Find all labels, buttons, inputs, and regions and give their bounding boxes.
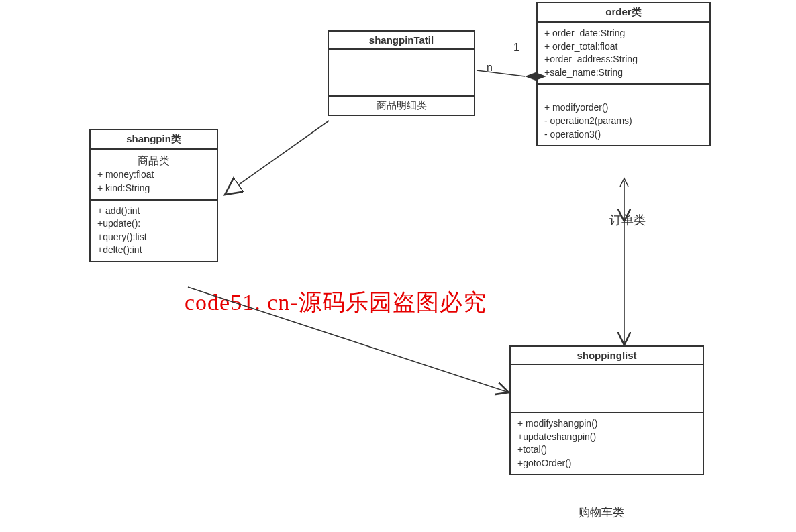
class-shoppinglist: shoppinglist + modifyshangpin() +updates… [509,345,704,475]
class-shangpin-attrs: 商品类 + money:float + kind:String [91,150,217,201]
op: +updateshangpin() [517,431,696,444]
class-shangpin: shangpin类 商品类 + money:float + kind:Strin… [89,129,218,262]
class-shoppinglist-ops: + modifyshangpin() +updateshangpin() +to… [511,413,703,474]
svg-line-1 [477,70,525,76]
class-order-title: order类 [538,3,709,23]
attr: +order_address:String [544,53,703,66]
class-shangpin-title: shangpin类 [91,130,217,150]
op: + modifyshangpin() [517,417,696,431]
attr: +sale_name:String [544,66,703,80]
class-shangpintatil: shangpinTatil 商品明细类 [328,30,475,116]
op: + add():int [97,205,210,218]
class-shangpintatil-note: 商品明细类 [329,97,474,115]
class-shoppinglist-title: shoppinglist [511,347,703,365]
class-shangpin-overlay-label: 商品类 [97,154,210,168]
multiplicity-one: 1 [513,42,519,54]
attr: + order_date:String [544,27,703,40]
op: + modifyorder() [544,101,703,115]
class-order-attrs: + order_date:String + order_total:float … [538,23,709,85]
multiplicity-n: n [487,62,493,74]
svg-line-0 [225,121,329,195]
assoc-label-order: 订单类 [609,212,646,228]
op: +update(): [97,217,210,231]
class-order-ops: + modifyorder() - operation2(params) - o… [538,85,709,145]
op: +query():list [97,231,210,244]
attr: + order_total:float [544,40,703,54]
op: - operation3() [544,128,703,142]
class-shoppinglist-attrs [511,365,703,413]
class-shangpintatil-attrs [329,50,474,97]
op: +total() [517,443,696,457]
attr: + money:float [97,168,210,182]
watermark-text: code51. cn-源码乐园盗图必究 [185,287,487,318]
class-order: order类 + order_date:String + order_total… [536,2,711,146]
op: - operation2(params) [544,115,703,128]
class-shoppinglist-bottom-label: 购物车类 [579,504,624,520]
class-shangpin-ops: + add():int +update(): +query():list +de… [91,201,217,261]
attr: + kind:String [97,182,210,195]
class-shangpintatil-title: shangpinTatil [329,32,474,50]
op: +delte():int [97,244,210,257]
op: +gotoOrder() [517,457,696,470]
